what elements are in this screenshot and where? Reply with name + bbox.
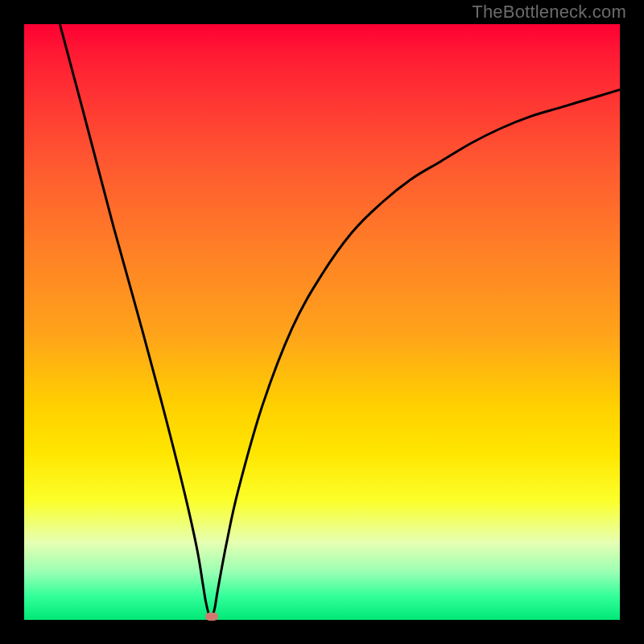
minimum-marker	[205, 613, 218, 621]
watermark-text: TheBottleneck.com	[472, 2, 626, 23]
chart-frame: TheBottleneck.com	[0, 0, 644, 644]
bottleneck-curve	[24, 24, 620, 620]
plot-area	[24, 24, 620, 620]
